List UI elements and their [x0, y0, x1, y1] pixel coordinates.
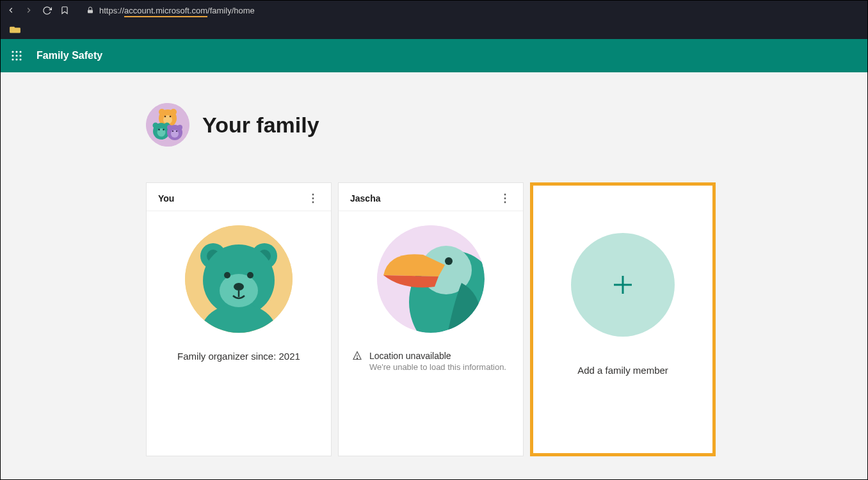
- svg-point-42: [234, 283, 244, 291]
- svg-point-26: [171, 130, 179, 138]
- reload-icon[interactable]: [42, 5, 52, 15]
- svg-point-9: [19, 58, 21, 60]
- svg-point-2: [15, 51, 17, 52]
- family-member-card-you[interactable]: You: [146, 182, 332, 456]
- location-warning-icon: [351, 351, 363, 362]
- svg-point-5: [15, 54, 17, 56]
- svg-point-7: [12, 58, 13, 60]
- lock-icon: [86, 6, 94, 15]
- svg-point-21: [158, 129, 159, 130]
- svg-point-8: [15, 58, 17, 60]
- add-family-member-card[interactable]: Add a family member: [530, 182, 716, 456]
- svg-point-16: [170, 116, 172, 118]
- svg-point-22: [163, 129, 164, 130]
- toucan-avatar-icon: [377, 225, 485, 333]
- svg-point-52: [357, 358, 357, 358]
- svg-point-27: [172, 131, 173, 132]
- card-header: Jascha: [339, 183, 523, 211]
- browser-chrome: https://account.microsoft.com/family/hom…: [1, 1, 867, 39]
- app-header: Family Safety: [1, 39, 867, 72]
- svg-point-43: [504, 193, 506, 195]
- svg-point-41: [247, 272, 253, 278]
- svg-point-24: [167, 125, 172, 130]
- more-menu-icon[interactable]: [307, 192, 319, 205]
- svg-point-44: [504, 197, 506, 199]
- svg-point-18: [153, 123, 159, 129]
- svg-point-31: [312, 201, 314, 203]
- member-name: You: [158, 193, 174, 204]
- svg-point-30: [312, 197, 314, 199]
- location-status: Location unavailable We're unable to loa…: [339, 351, 523, 372]
- svg-point-40: [224, 272, 230, 278]
- bookmark-icon[interactable]: [60, 5, 70, 15]
- app-title[interactable]: Family Safety: [36, 50, 102, 61]
- svg-point-45: [504, 201, 506, 203]
- family-cards: You: [146, 182, 722, 456]
- add-member-label: Add a family member: [577, 365, 668, 376]
- url-bar[interactable]: https://account.microsoft.com/family/hom…: [80, 3, 336, 18]
- svg-point-50: [445, 257, 453, 265]
- svg-point-3: [19, 51, 21, 52]
- status-subtitle: We're unable to load this information.: [369, 362, 506, 372]
- more-menu-icon[interactable]: [499, 192, 511, 205]
- member-role-text: Family organizer since: 2021: [177, 351, 300, 362]
- svg-point-6: [19, 54, 21, 56]
- folder-icon[interactable]: [10, 25, 20, 34]
- svg-point-13: [170, 109, 177, 115]
- plus-icon: [610, 272, 636, 298]
- card-header: You: [147, 183, 331, 211]
- family-member-card-jascha[interactable]: Jascha: [338, 182, 524, 456]
- app-launcher-icon[interactable]: [11, 50, 22, 61]
- card-body: Family organizer since: 2021: [147, 211, 331, 456]
- member-name: Jascha: [350, 193, 380, 204]
- status-title: Location unavailable: [369, 351, 506, 361]
- svg-point-1: [12, 51, 13, 52]
- svg-point-28: [176, 131, 177, 132]
- card-body: Location unavailable We're unable to loa…: [339, 211, 523, 456]
- svg-point-25: [177, 125, 182, 130]
- svg-point-12: [159, 109, 165, 115]
- forward-icon[interactable]: [24, 5, 34, 15]
- svg-point-15: [165, 116, 166, 118]
- svg-point-29: [312, 193, 314, 195]
- add-circle-icon: [571, 233, 675, 337]
- back-icon[interactable]: [6, 5, 16, 15]
- bookmarks-bar: [1, 20, 867, 39]
- page-title: Your family: [202, 113, 319, 138]
- browser-toolbar: https://account.microsoft.com/family/hom…: [1, 1, 867, 20]
- page-content: Your family You: [1, 72, 867, 479]
- svg-point-4: [12, 54, 13, 56]
- url-text: https://account.microsoft.com/family/hom…: [99, 6, 255, 15]
- family-avatar-icon: [146, 103, 189, 147]
- bear-avatar-icon: [185, 225, 293, 333]
- svg-rect-0: [88, 10, 93, 13]
- page-heading: Your family: [146, 103, 722, 147]
